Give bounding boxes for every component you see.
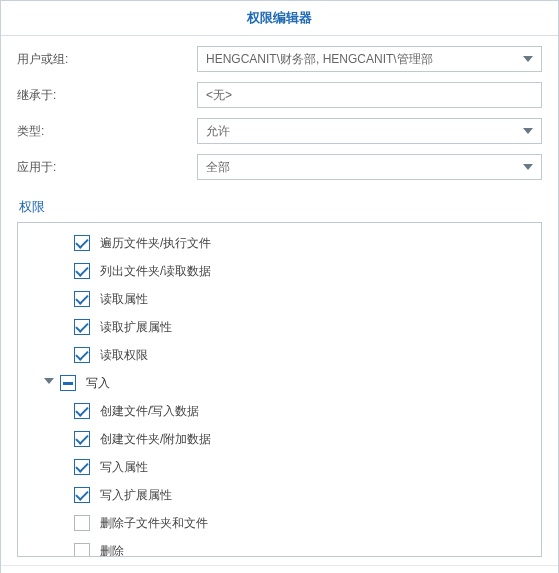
button-bar: 确定 关闭 bbox=[1, 565, 558, 573]
tree-item-label: 读取扩展属性 bbox=[100, 319, 172, 336]
tree-item[interactable]: 创建文件/写入数据 bbox=[18, 397, 541, 425]
tree-item[interactable]: 写入属性 bbox=[18, 453, 541, 481]
combo-type-value: 允许 bbox=[206, 123, 230, 140]
label-apply: 应用于: bbox=[17, 159, 197, 176]
tree-item[interactable]: 列出文件夹/读取数据 bbox=[18, 257, 541, 285]
row-user: 用户或组: HENGCANIT\财务部, HENGCANIT\管理部 bbox=[17, 46, 542, 72]
row-type: 类型: 允许 bbox=[17, 118, 542, 144]
checkbox-checked[interactable] bbox=[74, 459, 90, 475]
checkbox-checked[interactable] bbox=[74, 403, 90, 419]
label-inherit: 继承于: bbox=[17, 87, 197, 104]
label-user: 用户或组: bbox=[17, 51, 197, 68]
tree-item[interactable]: 遍历文件夹/执行文件 bbox=[18, 229, 541, 257]
tree-item-label: 创建文件夹/附加数据 bbox=[100, 431, 211, 448]
chevron-down-icon bbox=[523, 164, 533, 170]
checkbox-unchecked[interactable] bbox=[74, 515, 90, 531]
permissions-tree[interactable]: 遍历文件夹/执行文件列出文件夹/读取数据读取属性读取扩展属性读取权限写入创建文件… bbox=[17, 222, 542, 557]
permission-editor-dialog: 权限编辑器 用户或组: HENGCANIT\财务部, HENGCANIT\管理部… bbox=[0, 0, 559, 573]
checkbox-checked[interactable] bbox=[74, 291, 90, 307]
combo-type[interactable]: 允许 bbox=[197, 118, 542, 144]
tree-item-label: 删除子文件夹和文件 bbox=[100, 515, 208, 532]
checkbox-checked[interactable] bbox=[74, 319, 90, 335]
checkbox-checked[interactable] bbox=[74, 263, 90, 279]
tree-item-label: 遍历文件夹/执行文件 bbox=[100, 235, 211, 252]
row-apply: 应用于: 全部 bbox=[17, 154, 542, 180]
tree-item[interactable]: 写入扩展属性 bbox=[18, 481, 541, 509]
dialog-title: 权限编辑器 bbox=[1, 1, 558, 36]
tree-group-label: 写入 bbox=[86, 375, 110, 392]
collapse-icon[interactable] bbox=[42, 376, 56, 390]
combo-inherit-value: <无> bbox=[206, 87, 232, 104]
tree-item-label: 创建文件/写入数据 bbox=[100, 403, 199, 420]
combo-user-value: HENGCANIT\财务部, HENGCANIT\管理部 bbox=[206, 51, 433, 68]
tree-item-label: 删除 bbox=[100, 543, 124, 558]
form-area: 用户或组: HENGCANIT\财务部, HENGCANIT\管理部 继承于: … bbox=[1, 36, 558, 194]
tree-group-write[interactable]: 写入 bbox=[18, 369, 541, 397]
tree-item[interactable]: 删除子文件夹和文件 bbox=[18, 509, 541, 537]
tree-item[interactable]: 读取权限 bbox=[18, 341, 541, 369]
checkbox-unchecked[interactable] bbox=[74, 543, 90, 557]
tree-item-label: 读取权限 bbox=[100, 347, 148, 364]
checkbox-checked[interactable] bbox=[74, 487, 90, 503]
tree-item-label: 列出文件夹/读取数据 bbox=[100, 263, 211, 280]
checkbox-mixed[interactable] bbox=[60, 375, 76, 391]
checkbox-checked[interactable] bbox=[74, 347, 90, 363]
tree-item[interactable]: 创建文件夹/附加数据 bbox=[18, 425, 541, 453]
tree-item[interactable]: 读取扩展属性 bbox=[18, 313, 541, 341]
svg-marker-0 bbox=[44, 378, 54, 384]
dialog-title-text: 权限编辑器 bbox=[247, 10, 312, 25]
tree-item-label: 写入属性 bbox=[100, 459, 148, 476]
section-permissions-label: 权限 bbox=[1, 194, 558, 222]
combo-apply-value: 全部 bbox=[206, 159, 230, 176]
checkbox-checked[interactable] bbox=[74, 235, 90, 251]
tree-item[interactable]: 删除 bbox=[18, 537, 541, 557]
chevron-down-icon bbox=[523, 56, 533, 62]
row-inherit: 继承于: <无> bbox=[17, 82, 542, 108]
tree-item-label: 读取属性 bbox=[100, 291, 148, 308]
checkbox-checked[interactable] bbox=[74, 431, 90, 447]
combo-inherit[interactable]: <无> bbox=[197, 82, 542, 108]
tree-item-label: 写入扩展属性 bbox=[100, 487, 172, 504]
combo-apply[interactable]: 全部 bbox=[197, 154, 542, 180]
label-type: 类型: bbox=[17, 123, 197, 140]
tree-item[interactable]: 读取属性 bbox=[18, 285, 541, 313]
combo-user[interactable]: HENGCANIT\财务部, HENGCANIT\管理部 bbox=[197, 46, 542, 72]
chevron-down-icon bbox=[523, 128, 533, 134]
